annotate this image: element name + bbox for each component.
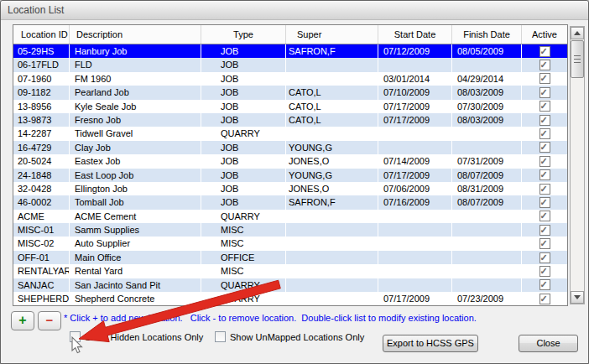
grid-cell-super[interactable] <box>286 58 378 71</box>
grid-cell-finish_date[interactable]: 08/03/2009 <box>452 86 522 99</box>
grid-cell-description[interactable]: Fresno Job <box>70 113 201 127</box>
grid-cell-super[interactable] <box>286 210 378 223</box>
scroll-down-button[interactable] <box>571 291 584 304</box>
grid-cell-type[interactable]: JOB <box>201 100 286 113</box>
grid-cell-finish_date[interactable] <box>452 127 522 140</box>
show-hidden-locations-checkbox[interactable] <box>70 331 81 342</box>
add-location-button[interactable]: + <box>11 311 34 330</box>
grid-cell-description[interactable]: Tidwell Gravel <box>70 127 201 140</box>
grid-cell-type[interactable]: QUARRY <box>201 210 286 223</box>
scroll-up-button[interactable] <box>571 27 584 39</box>
grid-cell-type[interactable]: JOB <box>201 154 286 168</box>
active-checkbox[interactable] <box>539 87 550 98</box>
grid-cell-description[interactable]: Pearland Job <box>70 86 201 99</box>
grid-cell-type[interactable]: OFFICE <box>201 251 286 264</box>
grid-cell-finish_date[interactable] <box>452 210 522 223</box>
grid-cell-start_date[interactable] <box>378 264 452 278</box>
table-row[interactable]: OFF-01Main OfficeOFFICE <box>13 251 567 264</box>
table-row[interactable]: 46-0002Tomball JobJOBSAFRON,F07/16/20090… <box>13 195 567 209</box>
grid-cell-id[interactable]: 16-4729 <box>13 141 70 154</box>
grid-cell-start_date[interactable]: 07/16/2009 <box>378 195 452 209</box>
grid-cell-start_date[interactable]: 07/12/2009 <box>378 44 452 58</box>
table-row[interactable]: 13-8956Kyle Seale JobJOBCATO,L07/17/2009… <box>13 100 567 113</box>
active-checkbox[interactable] <box>539 128 550 139</box>
active-checkbox[interactable] <box>539 115 550 126</box>
grid-cell-finish_date[interactable] <box>452 141 522 154</box>
column-header-description[interactable]: Description <box>70 25 201 44</box>
grid-cell-finish_date[interactable] <box>452 237 522 250</box>
grid-cell-description[interactable]: Tomball Job <box>70 195 201 209</box>
table-row[interactable]: 32-0428Ellington JobJOBJONES,O07/06/2009… <box>13 182 567 195</box>
active-checkbox[interactable] <box>539 252 550 263</box>
grid-cell-description[interactable]: San Jacinto Sand Pit <box>70 278 201 292</box>
grid-cell-description[interactable]: FLD <box>70 58 201 71</box>
grid-cell-type[interactable]: MISC <box>201 223 286 237</box>
active-checkbox[interactable] <box>539 197 550 208</box>
active-checkbox[interactable] <box>539 211 550 221</box>
grid-cell-description[interactable]: Samm Supplies <box>70 223 201 237</box>
grid-cell-id[interactable]: SANJAC <box>13 278 70 292</box>
grid-cell-type[interactable]: MISC <box>201 264 286 278</box>
active-checkbox[interactable] <box>539 60 550 70</box>
column-header-finish_date[interactable]: Finish Date <box>452 25 522 44</box>
column-header-id[interactable]: Location ID <box>13 25 70 44</box>
scrollbar-thumb[interactable] <box>571 40 584 78</box>
active-checkbox[interactable] <box>539 225 550 236</box>
column-header-start_date[interactable]: Start Date <box>378 25 452 44</box>
grid-cell-start_date[interactable] <box>378 251 452 264</box>
grid-cell-type[interactable]: JOB <box>201 195 286 209</box>
grid-cell-description[interactable]: Shepherd Concrete <box>70 292 201 305</box>
grid-cell-id[interactable]: RENTALYARD <box>13 264 70 278</box>
grid-cell-super[interactable] <box>286 278 378 292</box>
grid-cell-super[interactable]: CATO,L <box>286 113 378 127</box>
active-checkbox[interactable] <box>539 101 550 112</box>
grid-cell-description[interactable]: Hanbury Job <box>70 44 201 58</box>
grid-cell-finish_date[interactable] <box>452 251 522 264</box>
table-row[interactable]: 14-2287Tidwell GravelQUARRY <box>13 127 567 140</box>
grid-cell-description[interactable]: Auto Supplier <box>70 237 201 250</box>
grid-cell-description[interactable]: Main Office <box>70 251 201 264</box>
grid-cell-start_date[interactable]: 07/17/2009 <box>378 100 452 113</box>
show-unmapped-locations-checkbox-group[interactable]: Show UnMapped Locations Only <box>215 331 364 342</box>
grid-cell-finish_date[interactable]: 07/31/2009 <box>452 154 522 168</box>
grid-cell-id[interactable]: 20-5024 <box>13 154 70 168</box>
active-checkbox[interactable] <box>539 184 550 195</box>
table-row[interactable]: 20-5024Eastex JobJOBJONES,O07/14/200907/… <box>13 154 567 168</box>
grid-cell-finish_date[interactable] <box>452 223 522 237</box>
grid-cell-id[interactable]: MISC-02 <box>13 237 70 250</box>
grid-cell-finish_date[interactable]: 08/03/2009 <box>452 113 522 127</box>
grid-cell-super[interactable]: YOUNG,G <box>286 169 378 182</box>
active-checkbox[interactable] <box>539 294 550 304</box>
grid-cell-super[interactable] <box>286 264 378 278</box>
grid-cell-super[interactable]: YOUNG,G <box>286 141 378 154</box>
grid-cell-start_date[interactable]: 07/17/2009 <box>378 169 452 182</box>
active-checkbox[interactable] <box>539 46 550 57</box>
grid-cell-id[interactable]: 13-8956 <box>13 100 70 113</box>
grid-cell-type[interactable]: JOB <box>201 141 286 154</box>
active-checkbox[interactable] <box>539 73 550 84</box>
grid-cell-type[interactable]: JOB <box>201 182 286 195</box>
grid-cell-id[interactable]: 46-0002 <box>13 195 70 209</box>
grid-cell-type[interactable]: JOB <box>201 58 286 71</box>
grid-cell-finish_date[interactable]: 04/29/2014 <box>452 72 522 86</box>
table-row[interactable]: 06-17FLDFLDJOB <box>13 58 567 71</box>
grid-cell-super[interactable] <box>286 237 378 250</box>
table-row[interactable]: 16-4729Clay JobJOBYOUNG,G <box>13 141 567 154</box>
active-checkbox[interactable] <box>539 266 550 277</box>
grid-cell-description[interactable]: Ellington Job <box>70 182 201 195</box>
table-row[interactable]: 09-1182Pearland JobJOBCATO,L07/10/200908… <box>13 86 567 99</box>
grid-cell-id[interactable]: 14-2287 <box>13 127 70 140</box>
column-header-super[interactable]: Super <box>286 25 378 44</box>
grid-cell-type[interactable]: JOB <box>201 86 286 99</box>
active-checkbox[interactable] <box>539 142 550 153</box>
grid-cell-id[interactable]: SHEPHERD <box>13 292 70 305</box>
grid-cell-description[interactable]: Kyle Seale Job <box>70 100 201 113</box>
active-checkbox[interactable] <box>539 156 550 167</box>
grid-cell-start_date[interactable] <box>378 141 452 154</box>
grid-cell-type[interactable]: QUARRY <box>201 292 286 305</box>
location-grid[interactable]: Location IDDescriptionTypeSuperStart Dat… <box>13 24 568 306</box>
grid-cell-id[interactable]: 05-29HS <box>13 44 70 58</box>
grid-cell-finish_date[interactable] <box>452 264 522 278</box>
grid-cell-id[interactable]: MISC-01 <box>13 223 70 237</box>
column-header-type[interactable]: Type <box>201 25 286 44</box>
